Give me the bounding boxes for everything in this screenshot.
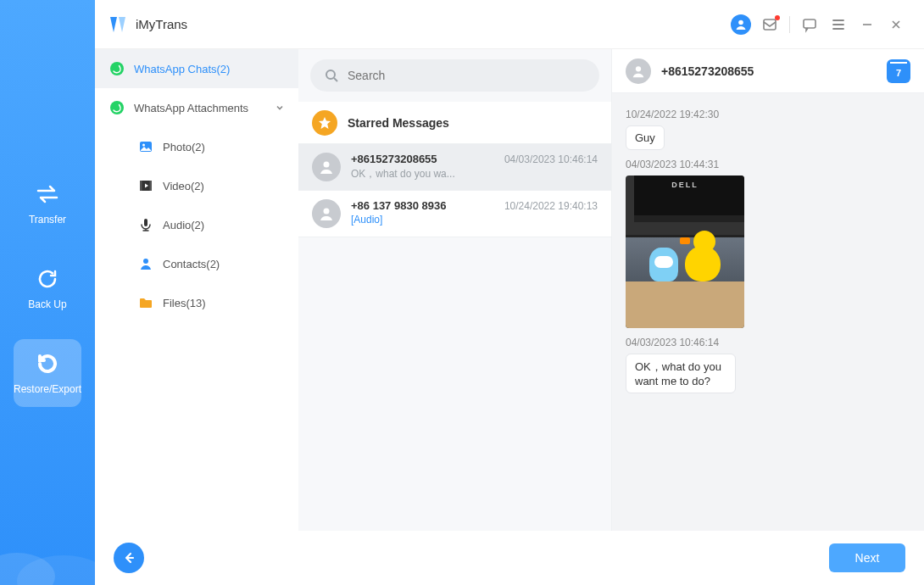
- starred-label: Starred Messages: [348, 116, 449, 130]
- svg-point-15: [324, 162, 330, 168]
- tree-files[interactable]: Files(13): [95, 283, 298, 322]
- svg-point-16: [324, 209, 330, 214]
- conversation-title: +8615273208655: [661, 64, 877, 78]
- chat-item[interactable]: +8615273208655 04/03/2023 10:46:14 OK，wh…: [298, 144, 611, 191]
- tree-label: Contacts(2): [163, 258, 220, 270]
- tree-contacts[interactable]: Contacts(2): [95, 244, 298, 283]
- transfer-icon: [35, 181, 60, 207]
- feedback-button[interactable]: [795, 10, 824, 39]
- conversation-panel: +8615273208655 7 10/24/2022 19:42:30 Guy…: [612, 49, 924, 531]
- inbox-button[interactable]: [755, 10, 784, 39]
- close-button[interactable]: [882, 10, 910, 39]
- whatsapp-icon: [109, 99, 125, 116]
- conversation-body[interactable]: 10/24/2022 19:42:30 Guy 04/03/2023 10:44…: [612, 93, 924, 531]
- svg-rect-4: [804, 20, 815, 28]
- video-icon: [137, 177, 154, 194]
- chat-item[interactable]: +86 137 9830 8936 10/24/2022 19:40:13 [A…: [298, 191, 611, 237]
- chat-list: Starred Messages +8615273208655 04/03/20…: [298, 49, 612, 531]
- message-time: 10/24/2022 19:42:30: [626, 109, 910, 120]
- app-title: iMyTrans: [136, 17, 187, 31]
- category-tree: WhatsApp Chats(2) WhatsApp Attachments: [95, 49, 298, 531]
- tree-label: Files(13): [163, 297, 206, 309]
- footer: Next: [95, 531, 924, 585]
- avatar: [312, 153, 341, 181]
- notification-dot: [775, 15, 780, 20]
- message-bubble: OK，what do you want me to do?: [626, 354, 736, 393]
- search-box[interactable]: [310, 59, 599, 92]
- logo-icon: [109, 15, 127, 34]
- chat-preview: OK，what do you wa...: [351, 167, 598, 181]
- next-button[interactable]: Next: [829, 543, 905, 572]
- nav-label: Transfer: [29, 214, 66, 226]
- chat-timestamp: 10/24/2022 19:40:13: [504, 200, 598, 212]
- chevron-down-icon: [275, 103, 285, 113]
- svg-rect-11: [150, 181, 153, 191]
- tree-label: Photo(2): [163, 141, 205, 153]
- nav-restore-export[interactable]: Restore/Export: [14, 339, 81, 407]
- titlebar: iMyTrans: [95, 0, 924, 49]
- chat-name: +86 137 9830 8936: [351, 199, 446, 212]
- conversation-header: +8615273208655 7: [612, 49, 924, 93]
- image-brand-text: DELL: [671, 181, 699, 189]
- tree-label: WhatsApp Attachments: [134, 102, 248, 114]
- nav-label: Restore/Export: [14, 383, 81, 395]
- audio-icon: [137, 216, 154, 233]
- svg-point-8: [142, 144, 145, 147]
- tree-whatsapp-chats[interactable]: WhatsApp Chats(2): [95, 49, 298, 88]
- tree-label: Audio(2): [163, 219, 204, 231]
- search-input[interactable]: [348, 69, 586, 82]
- svg-rect-10: [140, 181, 142, 191]
- message-time: 04/03/2023 10:46:14: [626, 337, 910, 348]
- search-icon: [324, 68, 339, 83]
- calendar-button[interactable]: 7: [887, 59, 910, 83]
- tree-video[interactable]: Video(2): [95, 166, 298, 205]
- minimize-button[interactable]: [853, 10, 882, 39]
- image-message[interactable]: DELL: [626, 176, 744, 328]
- next-label: Next: [855, 551, 880, 565]
- app-logo: iMyTrans: [109, 15, 187, 34]
- message-time: 04/03/2023 10:44:31: [626, 159, 910, 170]
- svg-point-14: [326, 70, 335, 79]
- svg-point-6: [110, 101, 124, 114]
- close-icon: [890, 19, 902, 31]
- starred-messages[interactable]: Starred Messages: [298, 102, 611, 144]
- nav-backup[interactable]: Back Up: [14, 254, 81, 322]
- cloud-decoration: [0, 517, 95, 585]
- avatar: [626, 58, 651, 84]
- nav-label: Back Up: [28, 298, 66, 310]
- files-icon: [137, 294, 154, 311]
- tree-whatsapp-attachments[interactable]: WhatsApp Attachments: [95, 88, 298, 127]
- tree-audio[interactable]: Audio(2): [95, 205, 298, 244]
- account-button[interactable]: [726, 10, 755, 39]
- chat-name: +8615273208655: [351, 153, 437, 165]
- avatar: [312, 199, 341, 228]
- account-icon: [731, 14, 751, 35]
- tree-label: WhatsApp Chats(2): [134, 63, 230, 75]
- back-button[interactable]: [114, 543, 144, 573]
- svg-point-17: [636, 66, 641, 71]
- star-icon: [312, 110, 337, 136]
- minimize-icon: [861, 19, 873, 31]
- divider: [789, 16, 790, 33]
- chat-icon: [801, 16, 818, 33]
- chat-preview: [Audio]: [351, 214, 598, 226]
- message-bubble: Guy: [626, 125, 665, 150]
- menu-button[interactable]: [824, 10, 853, 39]
- svg-point-5: [110, 62, 124, 75]
- whatsapp-icon: [109, 60, 125, 77]
- chat-timestamp: 04/03/2023 10:46:14: [504, 153, 598, 165]
- arrow-left-icon: [121, 550, 136, 566]
- tree-label: Video(2): [163, 180, 204, 192]
- svg-rect-3: [764, 20, 776, 30]
- contacts-icon: [137, 255, 154, 272]
- svg-point-2: [738, 20, 743, 25]
- photo-icon: [137, 138, 154, 155]
- calendar-day: 7: [896, 68, 901, 78]
- menu-icon: [831, 17, 846, 32]
- restore-icon: [35, 351, 60, 376]
- svg-rect-12: [144, 219, 148, 226]
- tree-photo[interactable]: Photo(2): [95, 127, 298, 166]
- nav-rail: Transfer Back Up Restore/Export: [0, 0, 95, 585]
- nav-transfer[interactable]: Transfer: [14, 170, 81, 237]
- svg-point-13: [143, 259, 148, 264]
